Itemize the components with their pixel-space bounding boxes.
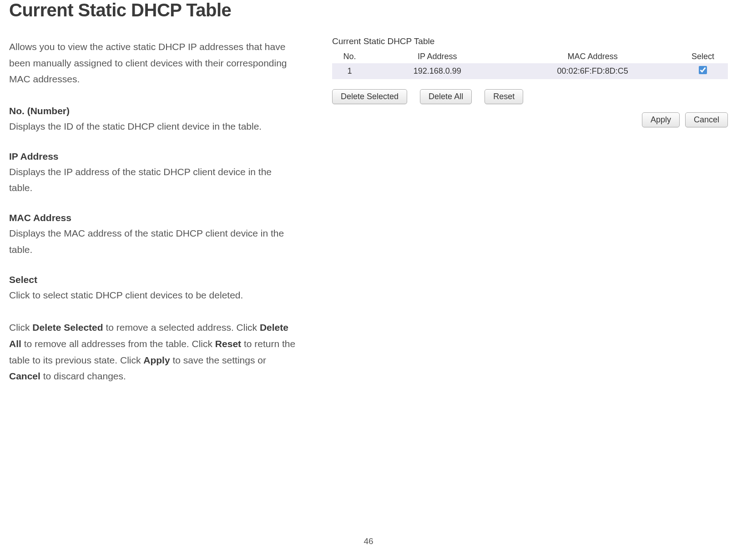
text: to remove all addresses from the table. … xyxy=(21,338,215,349)
action-button-row: Delete Selected Delete All Reset xyxy=(332,89,728,104)
dhcp-table: No. IP Address MAC Address Select 1 192.… xyxy=(332,50,728,79)
definition-no: No. (Number) Displays the ID of the stat… xyxy=(9,106,296,135)
bold-delete-selected: Delete Selected xyxy=(32,322,103,333)
definition-title: IP Address xyxy=(9,151,296,162)
definition-title: MAC Address xyxy=(9,212,296,223)
row-select-checkbox[interactable] xyxy=(699,66,707,74)
reset-button[interactable]: Reset xyxy=(485,89,523,104)
page-title: Current Static DHCP Table xyxy=(9,0,296,20)
buttons-paragraph: Click Delete Selected to remove a select… xyxy=(9,319,296,384)
bold-apply: Apply xyxy=(143,355,170,365)
confirm-button-row: Apply Cancel xyxy=(332,112,728,127)
text: to remove a selected address. Click xyxy=(103,322,260,333)
header-mac: MAC Address xyxy=(507,50,677,63)
table-header-row: No. IP Address MAC Address Select xyxy=(332,50,728,63)
header-ip: IP Address xyxy=(367,50,507,63)
delete-selected-button[interactable]: Delete Selected xyxy=(332,89,407,104)
text: to save the settings or xyxy=(170,355,266,365)
panel-title: Current Static DHCP Table xyxy=(332,36,728,46)
apply-button[interactable]: Apply xyxy=(642,112,680,127)
page-number: 46 xyxy=(363,536,373,546)
header-select: Select xyxy=(678,50,728,63)
table-row: 1 192.168.0.99 00:02:6F:FD:8D:C5 xyxy=(332,63,728,79)
bold-reset: Reset xyxy=(215,338,241,349)
cancel-button[interactable]: Cancel xyxy=(685,112,728,127)
definition-mac: MAC Address Displays the MAC address of … xyxy=(9,212,296,257)
definition-title: No. (Number) xyxy=(9,106,296,116)
definition-body: Displays the ID of the static DHCP clien… xyxy=(9,118,296,135)
delete-all-button[interactable]: Delete All xyxy=(420,89,472,104)
header-no: No. xyxy=(332,50,367,63)
definition-ip: IP Address Displays the IP address of th… xyxy=(9,151,296,196)
cell-ip: 192.168.0.99 xyxy=(367,63,507,79)
text: to discard changes. xyxy=(40,371,126,381)
definition-title: Select xyxy=(9,274,296,285)
definition-select: Select Click to select static DHCP clien… xyxy=(9,274,296,303)
bold-cancel: Cancel xyxy=(9,371,40,381)
text: Click xyxy=(9,322,32,333)
cell-select xyxy=(678,63,728,79)
cell-mac: 00:02:6F:FD:8D:C5 xyxy=(507,63,677,79)
intro-paragraph: Allows you to view the active static DHC… xyxy=(9,39,296,87)
definition-body: Click to select static DHCP client devic… xyxy=(9,287,296,303)
definition-body: Displays the IP address of the static DH… xyxy=(9,164,296,196)
cell-no: 1 xyxy=(332,63,367,79)
definition-body: Displays the MAC address of the static D… xyxy=(9,225,296,257)
